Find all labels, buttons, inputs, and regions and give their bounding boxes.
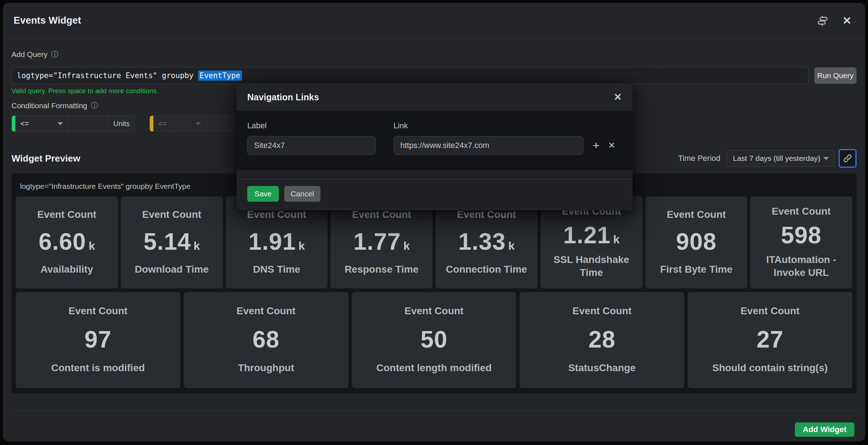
metric-card[interactable]: Event Count 908 First Byte Time [645,196,748,288]
card-unit: k [194,239,200,253]
modal-header: Navigation Links ✕ [237,83,633,111]
info-icon[interactable]: ⓘ [91,101,98,110]
add-query-text: Add Query [11,50,47,59]
card-title: Event Count [68,305,128,317]
card-title: Event Count [142,209,201,220]
modal-title: Navigation Links [247,92,319,102]
card-value: 1.77 [353,230,401,253]
card-title: Event Count [37,209,96,220]
page-title: Events Widget [14,15,81,26]
card-label: Connection Time [446,263,527,276]
chevron-down-icon [57,122,63,125]
metric-card[interactable]: Event Count 5.14 k Download Time [121,196,223,288]
card-value: 1.91 [248,230,296,253]
time-period-value: Last 7 days (till yesterday) [733,154,820,163]
card-unit: k [403,239,410,253]
card-unit: k [613,233,620,246]
query-highlight-token: EventType [198,71,242,81]
card-title: Event Count [457,209,516,220]
navigation-link-button[interactable] [839,149,857,168]
card-value-wrap: 598 [781,223,821,247]
card-title: Event Count [247,209,306,220]
modal-gap [237,170,633,179]
modal-close-icon[interactable]: ✕ [614,92,622,102]
add-query-label: Add Query ⓘ [11,49,857,59]
save-button[interactable]: Save [247,186,279,202]
card-value-wrap: 50 [420,327,447,351]
query-input[interactable]: logtype="Infrastructure Events" groupby … [11,67,809,84]
metric-card[interactable]: Event Count 598 ITAutomation - Invoke UR… [750,196,852,288]
card-value: 28 [588,327,615,351]
info-icon[interactable]: ⓘ [51,49,58,59]
metric-card[interactable]: Event Count 27 Should contain string(s) [688,292,852,388]
add-widget-button[interactable]: Add Widget [795,422,854,437]
card-value: 5.14 [143,230,191,253]
label-field-input[interactable] [247,136,376,155]
condition-operator-select[interactable]: <= [15,116,68,131]
card-label: DNS Time [253,263,300,276]
card-title: Event Count [405,305,464,317]
chevron-down-icon [823,157,829,160]
card-label: Content is modified [51,362,145,374]
card-title: Event Count [772,206,831,217]
card-unit: k [299,239,305,253]
card-label: Content length modified [376,362,492,374]
card-value-wrap: 97 [85,327,111,351]
condition-color-bar [12,116,15,131]
signpost-icon[interactable] [815,14,830,28]
card-value-wrap: 1.33 k [458,230,515,253]
run-query-button[interactable]: Run Query [814,67,857,84]
metric-card[interactable]: Event Count 28 StatusChange [520,292,684,388]
card-value-wrap: 1.77 k [353,230,410,253]
card-label: First Byte Time [660,263,733,276]
add-row-icon[interactable]: + [593,140,600,151]
card-title: Event Count [740,305,800,317]
card-value-wrap: 28 [588,327,615,351]
card-value: 27 [757,327,783,351]
query-text: logtype="Infrastructure Events" groupby [17,71,198,80]
card-label: StatusChange [568,362,636,374]
remove-row-icon[interactable]: ✕ [608,141,615,150]
metric-card[interactable]: Event Count 6.60 k Availability [16,196,118,288]
time-period-label: Time Period [678,154,720,163]
card-value: 50 [420,327,447,351]
condition-units-label: Units [109,116,134,131]
card-value-wrap: 1.91 k [248,230,305,253]
link-field-label: Link [394,121,615,130]
link-icon [843,154,852,163]
metric-card[interactable]: Event Count 50 Content length modified [352,292,516,388]
card-value: 598 [781,223,821,247]
metric-card[interactable]: Event Count 68 Throughput [184,292,348,388]
card-unit: k [508,239,515,253]
events-widget-dialog: Events Widget ✕ Add Query ⓘ logtype="Inf… [3,3,865,441]
card-unit: k [89,239,95,253]
condition-operator-select[interactable]: <= [153,116,206,131]
card-label: Response Time [344,263,418,276]
condition-group-1: <= Units [11,115,135,132]
modal-footer: Save Cancel [237,179,633,210]
card-value: 68 [252,327,279,351]
conditional-formatting-text: Conditional Formatting [11,101,87,110]
card-value: 1.33 [458,230,506,253]
card-value: 6.60 [39,230,86,253]
metric-cards-row-2: Event Count 97 Content is modified Event… [16,292,852,388]
label-field-label: Label [247,121,376,130]
close-icon[interactable]: ✕ [843,15,852,26]
card-title: Event Count [667,209,726,220]
metric-card[interactable]: Event Count 97 Content is modified [16,292,180,388]
card-label: ITAutomation - Invoke URL [754,253,848,279]
link-field-input[interactable] [394,136,583,155]
card-value-wrap: 1.21 k [563,223,619,247]
cancel-button[interactable]: Cancel [284,186,320,202]
card-label: SSL Handshake Time [545,253,638,279]
card-title: Event Count [352,209,411,220]
card-title: Event Count [572,305,631,317]
operator-value: <= [20,120,29,128]
card-value: 97 [85,327,111,351]
condition-value-input[interactable] [68,116,109,131]
time-period-select[interactable]: Last 7 days (till yesterday) [727,150,834,167]
card-label: Availability [40,263,93,276]
card-title: Event Count [237,305,296,317]
navigation-links-modal: Navigation Links ✕ Label Link + ✕ Save C… [237,83,633,210]
card-label: Throughput [238,362,294,374]
